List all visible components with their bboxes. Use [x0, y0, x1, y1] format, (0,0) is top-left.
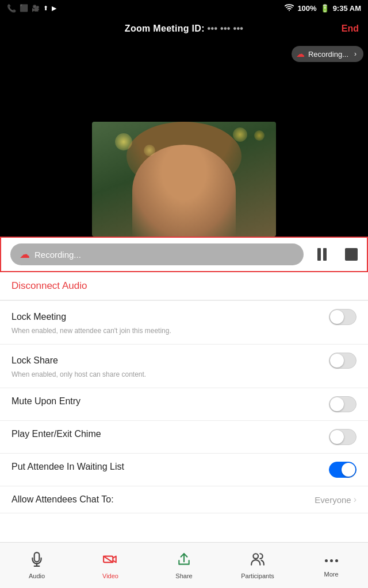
lock-meeting-toggle[interactable] — [329, 309, 356, 325]
status-icons: 📞 ⬛ 🎥 ⬆ ▶ — [7, 4, 56, 13]
chat-to-value: Everyone › — [315, 494, 356, 505]
play-chime-toggle[interactable] — [329, 429, 356, 445]
video-icon — [103, 552, 118, 570]
screenshot-icon: ⬛ — [20, 4, 28, 12]
mute-entry-row: Mute Upon Entry — [0, 388, 368, 420]
pause-bar-2 — [323, 248, 327, 261]
nav-participants[interactable]: Participants — [221, 543, 294, 588]
participants-icon — [250, 552, 265, 570]
lock-share-label: Lock Share — [12, 355, 58, 366]
recording-stop-button[interactable] — [345, 248, 358, 261]
play-chime-label: Play Enter/Exit Chime — [12, 429, 101, 439]
dot-2 — [330, 559, 333, 562]
audio-icon — [29, 552, 44, 570]
participant-video — [92, 122, 276, 237]
lock-meeting-row: Lock Meeting When enabled, new attendee … — [0, 301, 368, 344]
video-label: Video — [102, 572, 118, 579]
recording-badge-arrow: › — [354, 50, 356, 58]
more-icon — [325, 554, 338, 568]
stop-icon — [345, 248, 358, 261]
time-display: 9:35 AM — [333, 4, 361, 13]
recording-cloud-icon: ☁ — [20, 248, 30, 261]
recording-badge-text: Recording... — [308, 50, 348, 59]
lock-meeting-label: Lock Meeting — [12, 312, 66, 322]
svg-point-5 — [253, 554, 258, 559]
dot-1 — [325, 559, 328, 562]
chat-to-label: Allow Attendees Chat To: — [12, 494, 114, 505]
chat-to-row[interactable]: Allow Attendees Chat To: Everyone › — [0, 486, 368, 513]
person-visual — [132, 145, 236, 237]
svg-line-4 — [103, 556, 113, 562]
share-icon — [177, 552, 191, 570]
wifi-icon — [285, 3, 294, 13]
lock-share-row: Lock Share When enabled, only host can s… — [0, 345, 368, 388]
bokeh-light-1 — [115, 133, 132, 150]
battery-text: 100% — [297, 4, 316, 13]
menu-panel: Disconnect Audio Lock Meeting When enabl… — [0, 272, 368, 559]
waiting-list-label: Put Attendee In Waiting List — [12, 462, 124, 472]
bottom-nav: Audio Video Share — [0, 542, 368, 588]
nav-more[interactable]: More — [294, 543, 368, 588]
status-right: 100% 🔋 9:35 AM — [285, 3, 361, 13]
video-status-icon: 🎥 — [32, 5, 40, 12]
disconnect-audio-button[interactable]: Disconnect Audio — [0, 272, 368, 300]
title-bar: Zoom Meeting ID: ••• ••• ••• End — [0, 16, 368, 41]
audio-label: Audio — [29, 572, 45, 579]
chat-to-current: Everyone — [315, 495, 351, 505]
end-button[interactable]: End — [342, 24, 359, 34]
phone-icon: 📞 — [7, 4, 16, 13]
bokeh-light-3 — [144, 145, 155, 156]
cloud-recording-icon: ☁ — [296, 49, 305, 59]
participants-label: Participants — [241, 572, 274, 579]
play-chime-row: Play Enter/Exit Chime — [0, 421, 368, 453]
status-bar: 📞 ⬛ 🎥 ⬆ ▶ 100% 🔋 9:35 AM — [0, 0, 368, 16]
lock-share-toggle[interactable] — [329, 353, 356, 369]
recording-control-bar: ☁ Recording... — [0, 237, 368, 272]
recording-progress: ☁ Recording... — [10, 243, 304, 265]
recording-pause-button[interactable] — [317, 248, 327, 261]
waiting-list-row: Put Attendee In Waiting List — [0, 454, 368, 486]
video-area: ☁ Recording... › — [0, 41, 368, 237]
lock-share-sublabel: When enabled, only host can share conten… — [12, 370, 264, 385]
meeting-title: Zoom Meeting ID: ••• ••• ••• — [125, 24, 243, 34]
forward-icon: ▶ — [52, 5, 56, 12]
share-label: Share — [175, 572, 192, 579]
chat-to-chevron: › — [354, 494, 356, 505]
recording-controls — [317, 248, 358, 261]
divider-7 — [0, 513, 368, 513]
bokeh-light-2 — [233, 127, 247, 142]
recording-badge[interactable]: ☁ Recording... › — [292, 46, 363, 62]
mute-entry-label: Mute Upon Entry — [12, 396, 80, 407]
bokeh-light-4 — [254, 130, 264, 141]
pause-bar-1 — [317, 248, 321, 261]
recording-bar-text: Recording... — [34, 250, 81, 260]
mute-entry-toggle[interactable] — [329, 396, 356, 412]
more-label: More — [324, 571, 338, 578]
svg-point-0 — [289, 10, 290, 11]
upload-icon: ⬆ — [43, 5, 48, 12]
waiting-list-toggle[interactable] — [329, 462, 356, 478]
battery-icon: 🔋 — [320, 4, 329, 13]
dot-3 — [335, 559, 338, 562]
nav-video[interactable]: Video — [74, 543, 147, 588]
lock-meeting-sublabel: When enabled, new attendee can't join th… — [12, 327, 264, 342]
nav-share[interactable]: Share — [147, 543, 221, 588]
nav-audio[interactable]: Audio — [0, 543, 74, 588]
